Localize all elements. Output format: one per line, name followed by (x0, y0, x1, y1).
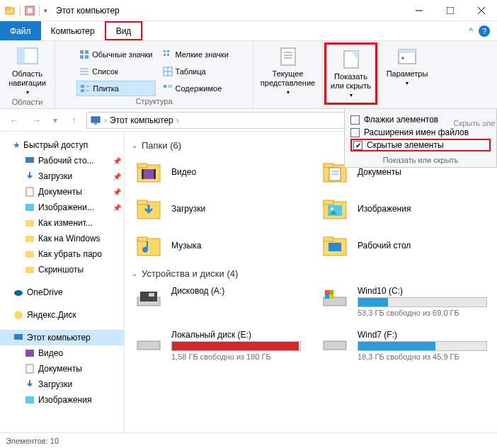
up-button[interactable]: ↑ (64, 112, 84, 129)
back-button[interactable]: ← (4, 112, 24, 129)
drive-label: Дисковод (A:) (171, 286, 301, 296)
nav-pane-button[interactable]: Область навигации ▾ (4, 44, 50, 98)
pin-icon: 📌 (113, 204, 121, 212)
svg-point-70 (331, 207, 333, 210)
svg-rect-83 (329, 290, 333, 294)
drive-f[interactable]: Wind7 (F:) 18,3 ГБ свободно из 45,9 ГБ (318, 327, 490, 364)
svg-rect-16 (164, 54, 166, 56)
nav-folder-1[interactable]: Как изменит... (0, 215, 124, 231)
nav-pictures-2[interactable]: Изображения (0, 392, 124, 408)
menu-view[interactable]: Вид (105, 21, 143, 40)
folder-downloads[interactable]: Загрузки (132, 192, 304, 226)
svg-rect-3 (27, 8, 33, 13)
address-box[interactable]: › Этот компьютер › (86, 112, 348, 129)
content-pane: ⌄Папки (6) Видео Документы Загрузки Изоб… (125, 132, 497, 432)
help-icon[interactable]: ? (479, 25, 490, 37)
svg-rect-54 (25, 396, 34, 403)
menu-file[interactable]: Файл (0, 21, 41, 40)
folder-pictures[interactable]: Изображения (318, 192, 490, 226)
svg-rect-1 (6, 7, 10, 9)
nav-yandex-disk[interactable]: Яндекс.Диск (0, 307, 124, 323)
svg-rect-38 (399, 50, 416, 53)
svg-rect-24 (81, 85, 84, 88)
svg-rect-56 (137, 163, 147, 168)
nav-pictures[interactable]: Изображени...📌 (0, 200, 124, 215)
svg-rect-9 (18, 48, 25, 64)
svg-rect-85 (329, 294, 333, 299)
minimize-button[interactable] (404, 0, 435, 21)
nav-folder-3[interactable]: Как убрать паро (0, 246, 124, 262)
svg-rect-13 (85, 55, 88, 59)
history-dropdown[interactable]: ▾ (50, 112, 61, 129)
view-small-icons[interactable]: Мелкие значки (160, 47, 232, 62)
nav-documents[interactable]: Документы📌 (0, 184, 124, 200)
svg-rect-5 (447, 7, 454, 14)
nav-downloads-2[interactable]: Загрузки (0, 377, 124, 392)
svg-rect-48 (25, 267, 34, 273)
drive-e[interactable]: Локальный диск (E:) 1,58 ГБ свободно из … (132, 327, 304, 364)
svg-rect-40 (91, 117, 100, 122)
nav-folder-2[interactable]: Как на Windows (0, 231, 124, 246)
folder-video[interactable]: Видео (132, 155, 304, 189)
menu-computer[interactable]: Компьютер (41, 21, 105, 40)
view-table[interactable]: Таблица (160, 64, 232, 79)
pin-icon: 📌 (113, 157, 121, 165)
drive-c[interactable]: Wind10 (C:) 53,3 ГБ свободно из 69,0 ГБ (318, 283, 490, 320)
nav-desktop[interactable]: Рабочий сто...📌 (0, 153, 124, 168)
section-drives[interactable]: ⌄Устройства и диски (4) (132, 268, 490, 279)
drive-icon (321, 330, 349, 358)
ribbon: Область навигации ▾ Области Обычные знач… (0, 41, 497, 109)
nav-screenshots[interactable]: Скриншоты (0, 262, 124, 277)
hide-elements-hint: Скрыть эле (453, 119, 495, 128)
capacity-bar (358, 341, 487, 351)
nav-video[interactable]: Видео (0, 345, 124, 361)
nav-onedrive[interactable]: OneDrive (0, 285, 124, 300)
checkbox-hidden-items[interactable]: ✔Скрытые элементы (350, 139, 491, 151)
svg-rect-58 (142, 169, 144, 179)
capacity-bar (358, 297, 487, 307)
svg-rect-31 (281, 48, 295, 65)
svg-rect-73 (137, 237, 147, 241)
nav-this-pc[interactable]: Этот компьютер (0, 330, 124, 345)
nav-downloads[interactable]: Загрузки📌 (0, 168, 124, 184)
qat-dropdown-icon[interactable]: ▾ (44, 7, 47, 14)
svg-rect-79 (149, 293, 154, 297)
view-regular-icons[interactable]: Обычные значки (76, 47, 155, 62)
drive-freespace: 53,3 ГБ свободно из 69,0 ГБ (358, 309, 487, 317)
svg-rect-87 (324, 341, 346, 350)
options-label: Параметры (387, 69, 428, 79)
folder-music[interactable]: Музыка (132, 229, 304, 263)
ribbon-collapse-icon[interactable]: ^ (469, 26, 473, 36)
properties-icon[interactable] (25, 6, 35, 16)
forward-button[interactable]: → (27, 112, 47, 129)
nav-quick-access[interactable]: ★Быстрый доступ (0, 137, 124, 153)
close-button[interactable] (466, 0, 497, 21)
nav-documents-2[interactable]: Документы (0, 361, 124, 377)
svg-rect-59 (154, 169, 156, 179)
show-hide-dropdown: Скрыть эле Флажки элементов Расширения и… (344, 109, 497, 168)
folder-desktop[interactable]: Рабочий стол (318, 229, 490, 263)
svg-rect-61 (324, 163, 333, 168)
svg-rect-52 (25, 350, 34, 357)
svg-rect-43 (26, 188, 33, 196)
drive-a[interactable]: Дисковод (A:) (132, 283, 304, 320)
svg-rect-82 (325, 290, 329, 294)
svg-rect-44 (25, 204, 34, 211)
options-button[interactable]: Параметры ▾ (382, 44, 433, 88)
svg-rect-17 (167, 54, 169, 56)
status-bar: Элементов: 10 (0, 432, 497, 448)
maximize-button[interactable] (435, 0, 466, 21)
svg-point-39 (401, 57, 404, 59)
current-view-button[interactable]: Текущее представление ▾ (256, 44, 319, 98)
floppy-icon (135, 286, 163, 314)
svg-rect-11 (85, 50, 88, 54)
view-content[interactable]: Содержимое (160, 81, 232, 96)
nav-pane-label: Область навигации (8, 69, 46, 88)
drive-label: Wind7 (F:) (358, 330, 487, 340)
svg-rect-84 (325, 294, 329, 299)
view-list[interactable]: Список (76, 64, 155, 79)
drive-label: Локальный диск (E:) (171, 330, 301, 340)
view-tiles[interactable]: Плитка (76, 81, 155, 96)
show-hide-button[interactable]: Показать или скрыть ▾ (324, 42, 377, 105)
group-regions-label: Области (12, 98, 43, 108)
